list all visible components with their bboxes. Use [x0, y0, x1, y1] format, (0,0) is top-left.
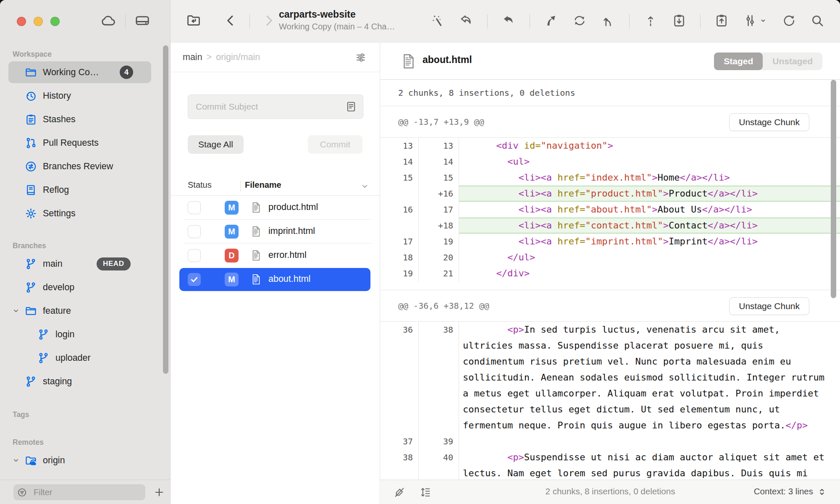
- file-row-product-html[interactable]: M product.html: [171, 196, 380, 220]
- add-repository-button[interactable]: [153, 486, 165, 500]
- sidebar-item-staging[interactable]: staging: [0, 370, 170, 393]
- sidebar-item-main[interactable]: main HEAD: [0, 252, 170, 276]
- tab-staged[interactable]: Staged: [714, 52, 763, 70]
- sidebar-item-label: origin: [43, 455, 65, 466]
- repository-subtitle: Working Copy (main – 4 Cha…: [279, 21, 413, 32]
- stash-button[interactable]: [672, 13, 687, 30]
- diff-chunks: @@ -13,7 +13,9 @@ Unstage Chunk 13 13 <d…: [381, 106, 840, 490]
- sidebar-item-feature[interactable]: feature: [0, 299, 170, 323]
- merge-button[interactable]: [601, 13, 616, 30]
- back-button[interactable]: [220, 10, 241, 33]
- app-window: carparts-website Working Copy (main – 4 …: [0, 0, 840, 504]
- fetch-button[interactable]: [459, 13, 474, 30]
- sidebar-item-branches-review[interactable]: Branches Review: [0, 155, 170, 178]
- file-name: error.html: [268, 250, 307, 260]
- sidebar-item-history[interactable]: History: [0, 84, 170, 108]
- clipboard-up-icon: [714, 13, 729, 30]
- old-line-number: 36: [381, 322, 419, 433]
- unstash-button[interactable]: [714, 13, 729, 30]
- commit-message-template-icon[interactable]: [345, 100, 357, 115]
- sidebar-item-label: login: [55, 329, 74, 340]
- sidebar-item-label: develop: [43, 282, 74, 293]
- new-line-number: +18: [419, 218, 459, 234]
- sidebar-item-label: Stashes: [43, 114, 76, 125]
- file-icon: [250, 272, 262, 288]
- quick-launch-button[interactable]: [430, 13, 445, 30]
- rebase-button[interactable]: [643, 13, 658, 30]
- unstage-chunk-button[interactable]: Unstage Chunk: [729, 113, 809, 131]
- sidebar-item-working-co[interactable]: Working Co… 4: [0, 60, 170, 84]
- commit-subject-input[interactable]: [188, 94, 363, 119]
- sidebar-item-origin[interactable]: origin: [0, 449, 170, 472]
- branch-icon: [24, 281, 38, 294]
- new-line-number: 19: [419, 234, 459, 249]
- breadcrumb-current-branch[interactable]: main: [183, 52, 202, 63]
- titlebar-right: carparts-website Working Copy (main – 4 …: [171, 0, 840, 43]
- forward-button[interactable]: [258, 10, 279, 33]
- code-line: <li><a href="about.html">About Us</a></l…: [459, 202, 840, 218]
- minimize-window-button[interactable]: [34, 17, 43, 26]
- stage-checkbox[interactable]: [188, 249, 201, 262]
- push-button[interactable]: [543, 13, 559, 30]
- cloud-icon[interactable]: [100, 12, 117, 31]
- code-line: <li><a href="product.html">Product</a></…: [459, 186, 840, 202]
- close-window-button[interactable]: [17, 17, 26, 26]
- toolbar-divider: [125, 14, 126, 29]
- sync-button[interactable]: [572, 13, 587, 30]
- stage-checkbox[interactable]: [188, 225, 201, 238]
- stage-checkbox[interactable]: [188, 201, 201, 214]
- sidebar-item-uploader[interactable]: uploader: [0, 346, 170, 370]
- diff-line: 38 40 <p>Suspendisse ut nisi ac diam auc…: [381, 449, 840, 481]
- titlebar-left: [0, 0, 171, 43]
- sidebar-item-settings[interactable]: Settings: [0, 202, 170, 225]
- breadcrumb[interactable]: main > origin/main: [171, 43, 380, 72]
- stage-checkbox[interactable]: [188, 273, 201, 286]
- context-stepper[interactable]: [816, 486, 827, 499]
- file-icon: [250, 248, 262, 264]
- filename-column-header[interactable]: Filename: [245, 180, 281, 190]
- breadcrumb-upstream[interactable]: origin/main: [216, 52, 260, 63]
- file-row-imprint-html[interactable]: M imprint.html: [171, 220, 380, 244]
- sidebar-item-login[interactable]: login: [0, 323, 170, 346]
- tab-unstaged[interactable]: Unstaged: [763, 52, 822, 70]
- sidebar-item-label: Pull Requests: [43, 138, 99, 148]
- sidebar-item-pull-requests[interactable]: Pull Requests: [0, 131, 170, 155]
- sidebar-item-label: Reflog: [43, 185, 69, 195]
- toolbar-divider: [629, 14, 630, 29]
- unstage-chunk-button[interactable]: Unstage Chunk: [729, 297, 809, 315]
- file-row-about-html[interactable]: M about.html: [171, 268, 380, 291]
- stage-all-button[interactable]: Stage All: [188, 135, 244, 154]
- status-column-header[interactable]: Status: [188, 180, 212, 190]
- push-arrow-icon: [543, 13, 559, 30]
- refresh-button[interactable]: [781, 13, 796, 30]
- sidebar-filter-input[interactable]: [13, 484, 145, 500]
- nav-divider: [249, 14, 250, 29]
- old-line-number: [381, 186, 419, 202]
- filter-icon: [17, 487, 27, 499]
- commit-button[interactable]: Commit: [308, 135, 362, 154]
- sidebar-item-reflog[interactable]: Reflog: [0, 178, 170, 202]
- drive-icon[interactable]: [134, 12, 151, 31]
- window-title-block: carparts-website Working Copy (main – 4 …: [279, 8, 417, 32]
- diff-panel: about.html Staged Unstaged 2 chunks, 8 i…: [381, 43, 840, 504]
- view-options-icon[interactable]: [354, 51, 367, 66]
- row-separator: [184, 243, 371, 244]
- sidebar-item-develop[interactable]: develop: [0, 276, 170, 299]
- diff-scrollbar[interactable]: [831, 80, 836, 298]
- sidebar-item-stashes[interactable]: Stashes: [0, 108, 170, 131]
- search-button[interactable]: [810, 13, 825, 30]
- file-name: about.html: [268, 274, 310, 284]
- chevron-down-icon[interactable]: [11, 455, 22, 465]
- zoom-window-button[interactable]: [50, 17, 60, 26]
- file-row-error-html[interactable]: D error.html: [171, 244, 380, 268]
- open-repository-icon[interactable]: [183, 10, 204, 33]
- old-line-number: 19: [381, 265, 419, 281]
- sidebar-list: Workspace Working Co… 4 History: [0, 48, 170, 472]
- view-options-button[interactable]: [743, 13, 768, 30]
- pull-request-icon: [24, 136, 38, 150]
- dashed-arrow-up-icon: [643, 13, 658, 30]
- chevron-down-icon[interactable]: [360, 181, 370, 193]
- sidebar-item-label: staging: [43, 376, 72, 387]
- pull-button[interactable]: [501, 13, 516, 30]
- chevron-down-icon[interactable]: [11, 306, 22, 316]
